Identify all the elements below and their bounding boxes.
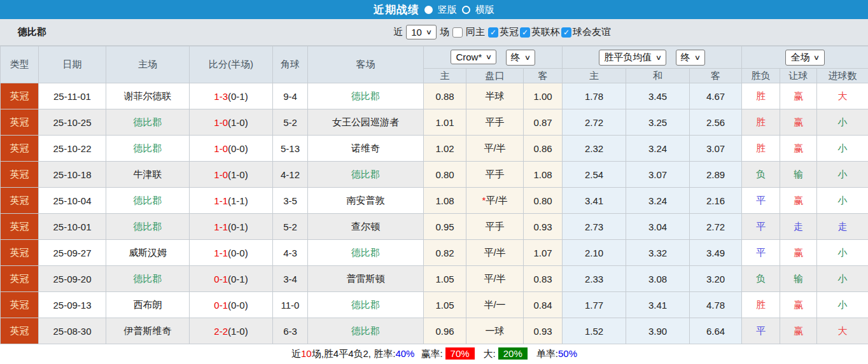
corners: 5-2 <box>273 109 308 136</box>
ah-away-odds: 0.80 <box>524 188 563 214</box>
handicap-result: 赢 <box>780 318 817 344</box>
full-time-score: 1-1 <box>214 221 228 232</box>
odds-stage-select-1[interactable]: 终 ∨ <box>506 50 535 66</box>
score-cell: 1-1(1-1) <box>190 188 273 214</box>
handicap: 平/半 <box>466 136 524 162</box>
result: 胜 <box>742 83 780 109</box>
handicap-result: 输 <box>780 266 817 292</box>
home-team: 德比郡 <box>106 109 190 136</box>
ah-home-odds: 0.96 <box>424 318 466 344</box>
odds-company-select[interactable]: Crow* ∨ <box>451 50 496 64</box>
handicap: 平手 <box>466 109 524 136</box>
league-badge: 英冠 <box>1 136 39 162</box>
chevron-down-icon: ∨ <box>524 53 530 62</box>
filter-controls: 近 10 ∨ 场 同主 ✓英冠✓英联杯✓球会友谊 <box>393 25 611 39</box>
result: 负 <box>742 162 780 188</box>
goals-result: 大 <box>817 318 868 344</box>
full-time-score: 2-2 <box>214 326 228 337</box>
corners: 5-13 <box>273 136 308 162</box>
avg-win-odds: 3.41 <box>563 188 626 214</box>
avg-lose-odds: 6.64 <box>690 318 742 344</box>
ah-home-odds: 1.05 <box>424 292 466 318</box>
league-badge: 英冠 <box>1 188 39 214</box>
table-row: 英冠25-09-20德比郡0-1(0-1)3-4普雷斯顿1.05平/半0.832… <box>1 266 868 292</box>
avg-lose-odds: 2.16 <box>690 188 742 214</box>
home-team: 西布朗 <box>106 292 190 318</box>
table-row: 英冠25-10-22德比郡1-0(0-0)5-13诺维奇1.02平/半0.862… <box>1 136 868 162</box>
home-team: 德比郡 <box>106 214 190 240</box>
handicap: 平手 <box>466 214 524 240</box>
full-time-score: 1-1 <box>214 195 228 206</box>
goals-result: 小 <box>817 240 868 266</box>
subheader-avg-win: 主 <box>563 69 626 83</box>
result: 平 <box>742 318 780 344</box>
horizontal-layout-radio[interactable] <box>462 6 470 14</box>
subheader-handicap: 盘口 <box>466 69 524 83</box>
summary-count: 10 <box>301 348 312 359</box>
vertical-layout-radio[interactable] <box>424 6 433 14</box>
league-checkbox[interactable]: ✓ <box>561 27 571 38</box>
handicap-text: 平/半 <box>484 273 505 284</box>
avg-lose-odds: 2.89 <box>690 162 742 188</box>
subheader-ah-away: 客 <box>524 69 563 83</box>
match-date: 25-10-04 <box>39 188 106 214</box>
ah-home-odds: 1.01 <box>424 109 466 136</box>
score-cell: 0-1(0-0) <box>190 292 273 318</box>
avg-draw-odds: 3.41 <box>626 292 690 318</box>
away-team: 女王公园巡游者 <box>308 109 424 136</box>
handicap-select-group: Crow* ∨ 终 ∨ <box>424 46 563 69</box>
result: 平 <box>742 214 780 240</box>
avg-draw-odds: 3.45 <box>626 83 690 109</box>
avg-draw-odds: 3.24 <box>626 136 690 162</box>
header-corners: 角球 <box>273 46 308 83</box>
avg-type-select[interactable]: 胜平负均值 ∨ <box>599 50 666 66</box>
league-checkbox[interactable]: ✓ <box>488 27 498 38</box>
goals-result: 小 <box>817 162 868 188</box>
away-team: 德比郡 <box>308 292 424 318</box>
vertical-layout-label[interactable]: 竖版 <box>438 4 457 16</box>
summary-row: 近10场,胜4平4负2, 胜率:40%赢率:70%大:20%单率:50% <box>1 344 868 364</box>
avg-win-odds: 1.78 <box>563 83 626 109</box>
filter-bar: 德比郡 近 10 ∨ 场 同主 ✓英冠✓英联杯✓球会友谊 <box>0 19 868 46</box>
odds-stage-select-2[interactable]: 终 ∨ <box>676 50 705 66</box>
match-count-select[interactable]: 10 ∨ <box>406 25 437 39</box>
league-checkbox-label: 英联杯 <box>531 26 560 38</box>
same-home-checkbox[interactable] <box>452 27 463 38</box>
handicap: 半球 <box>466 83 524 109</box>
half-time-score: (0-1) <box>228 91 248 102</box>
avg-draw-odds: 3.24 <box>626 188 690 214</box>
half-time-score: (0-0) <box>228 143 248 154</box>
league-badge: 英冠 <box>1 162 39 188</box>
match-date: 25-09-20 <box>39 266 106 292</box>
horizontal-layout-label[interactable]: 横版 <box>475 4 494 16</box>
avg-lose-odds: 3.49 <box>690 240 742 266</box>
ah-home-odds: 1.08 <box>424 188 466 214</box>
avg-lose-odds: 3.20 <box>690 266 742 292</box>
goals-result: 小 <box>817 136 868 162</box>
league-badge: 英冠 <box>1 240 39 266</box>
goals-result: 走 <box>817 214 868 240</box>
away-team: 德比郡 <box>308 83 424 109</box>
avg-lose-odds: 4.78 <box>690 292 742 318</box>
chevron-down-icon: ∨ <box>694 53 700 62</box>
match-date: 25-11-01 <box>39 83 106 109</box>
away-team: 南安普敦 <box>308 188 424 214</box>
score-cell: 1-1(0-1) <box>190 214 273 240</box>
handicap-text: 平/半 <box>484 247 505 258</box>
avg-win-odds: 2.32 <box>563 136 626 162</box>
result: 胜 <box>742 136 780 162</box>
half-time-score: (0-0) <box>228 300 248 311</box>
away-team: 德比郡 <box>308 318 424 344</box>
ah-away-odds: 1.07 <box>524 240 563 266</box>
handicap-result: 赢 <box>780 188 817 214</box>
chevron-down-icon: ∨ <box>655 53 662 62</box>
summary-record: 场,胜4平4负2, 胜率: <box>312 348 396 359</box>
league-checkbox-label: 英冠 <box>500 26 519 38</box>
league-checkbox[interactable]: ✓ <box>520 27 530 38</box>
header-score: 比分(半场) <box>190 46 273 83</box>
avg-draw-odds: 3.04 <box>626 214 690 240</box>
handicap-result: 赢 <box>780 109 817 136</box>
scope-select[interactable]: 全场 ∨ <box>785 50 824 66</box>
result: 胜 <box>742 292 780 318</box>
result: 平 <box>742 188 780 214</box>
